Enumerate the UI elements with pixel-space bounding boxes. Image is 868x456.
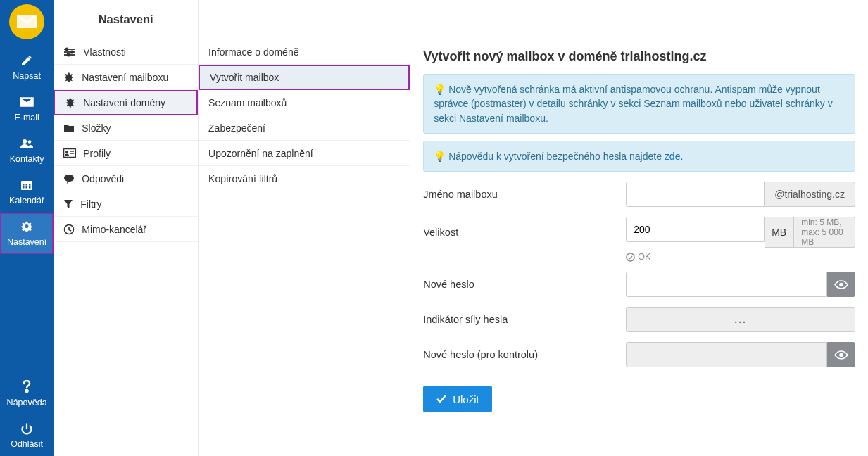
info-text: Nově vytvořená schránka má aktivní antis… bbox=[434, 84, 832, 124]
svg-rect-3 bbox=[23, 184, 25, 186]
settings-item-label: Nastavení mailboxu bbox=[82, 72, 168, 83]
main-content: Vytvořit nový mailbox v doméně trialhost… bbox=[410, 0, 868, 456]
gear-icon bbox=[1, 220, 52, 234]
envelope-icon bbox=[1, 95, 52, 109]
settings-item-properties[interactable]: Vlastnosti bbox=[54, 39, 198, 65]
input-mailbox-name[interactable] bbox=[626, 182, 765, 207]
label-confirm-password: Nové heslo (pro kontrolu) bbox=[423, 349, 626, 360]
settings-item-label: Mimo-kancelář bbox=[82, 224, 146, 235]
svg-point-1 bbox=[28, 140, 32, 144]
input-size[interactable] bbox=[626, 217, 765, 242]
settings-column: Nastavení Vlastnosti Nastavení mailboxu … bbox=[54, 0, 199, 456]
sub-item-quota-warning[interactable]: Upozornění na zaplnění bbox=[199, 141, 410, 166]
settings-item-folders[interactable]: Složky bbox=[54, 115, 198, 141]
svg-rect-6 bbox=[23, 186, 25, 189]
nav-logout-label: Odhlásit bbox=[11, 439, 43, 449]
lightbulb-icon: 💡 bbox=[434, 84, 446, 95]
subsettings-column: Informace o doméně Vytvořit mailbox Sezn… bbox=[199, 0, 410, 456]
toggle-password-visibility[interactable] bbox=[827, 272, 855, 297]
lightbulb-icon: 💡 bbox=[434, 151, 446, 162]
settings-item-outofoffice[interactable]: Mimo-kancelář bbox=[54, 217, 198, 242]
nav-calendar-label: Kalendář bbox=[9, 196, 44, 205]
field-mailbox-name: Jméno mailboxu @trialhosting.cz bbox=[423, 182, 855, 207]
settings-item-label: Složky bbox=[82, 122, 111, 134]
sub-item-copy-filters[interactable]: Kopírování filtrů bbox=[199, 166, 410, 191]
calendar-icon bbox=[1, 178, 52, 192]
size-ok-indicator: OK bbox=[626, 252, 855, 262]
settings-item-filters[interactable]: Filtry bbox=[54, 191, 198, 217]
svg-point-15 bbox=[71, 51, 73, 53]
nav-compose-label: Napsat bbox=[13, 71, 41, 81]
svg-point-16 bbox=[68, 53, 70, 56]
field-size: Velikost MB min: 5 MB, max: 5 000 MB bbox=[423, 217, 855, 248]
folder-icon bbox=[63, 123, 75, 132]
info-password-help: 💡Nápovědu k vytvoření bezpečného hesla n… bbox=[423, 141, 855, 172]
clock-icon bbox=[63, 224, 75, 235]
gear-icon bbox=[65, 97, 76, 108]
question-icon bbox=[1, 380, 52, 394]
eye-icon bbox=[834, 280, 848, 289]
svg-point-25 bbox=[839, 282, 843, 286]
svg-rect-7 bbox=[26, 186, 28, 189]
app-logo bbox=[9, 4, 44, 39]
nav-contacts[interactable]: Kontakty bbox=[0, 129, 54, 171]
settings-item-responses[interactable]: Odpovědi bbox=[54, 166, 198, 191]
sliders-icon bbox=[63, 47, 76, 57]
svg-rect-4 bbox=[26, 184, 28, 186]
nav-help-label: Nápověda bbox=[7, 398, 47, 407]
nav-calendar[interactable]: Kalendář bbox=[0, 171, 54, 213]
svg-point-26 bbox=[839, 353, 843, 357]
settings-item-label: Vlastnosti bbox=[83, 46, 126, 58]
size-hint: min: 5 MB, max: 5 000 MB bbox=[794, 217, 855, 248]
settings-item-label: Nastavení domény bbox=[83, 97, 165, 108]
info-text: Nápovědu k vytvoření bezpečného hesla na… bbox=[448, 151, 662, 162]
field-new-password: Nové heslo bbox=[423, 272, 855, 297]
field-confirm-password: Nové heslo (pro kontrolu) bbox=[423, 342, 855, 367]
label-strength: Indikátor síly hesla bbox=[423, 314, 626, 325]
svg-point-14 bbox=[66, 48, 68, 50]
domain-suffix: @trialhosting.cz bbox=[765, 182, 855, 207]
power-icon bbox=[1, 422, 52, 436]
pencil-square-icon bbox=[1, 53, 52, 68]
settings-item-mailbox[interactable]: Nastavení mailboxu bbox=[54, 65, 198, 90]
input-new-password[interactable] bbox=[626, 272, 827, 297]
subsettings-header bbox=[199, 0, 410, 39]
check-circle-icon bbox=[626, 253, 635, 262]
info-antispam: 💡Nově vytvořená schránka má aktivní anti… bbox=[423, 74, 855, 134]
label-new-password: Nové heslo bbox=[423, 279, 626, 290]
svg-point-20 bbox=[65, 151, 68, 153]
sub-item-mailbox-list[interactable]: Seznam mailboxů bbox=[199, 90, 410, 115]
help-link[interactable]: zde bbox=[665, 151, 681, 162]
save-button[interactable]: Uložit bbox=[423, 386, 492, 412]
nav-logout[interactable]: Odhlásit bbox=[0, 414, 54, 456]
svg-point-24 bbox=[627, 253, 634, 261]
sub-item-security[interactable]: Zabezpečení bbox=[199, 115, 410, 141]
settings-header: Nastavení bbox=[54, 0, 198, 39]
gear-icon bbox=[63, 72, 75, 83]
people-icon bbox=[1, 137, 52, 151]
sub-item-create-mailbox[interactable]: Vytvořit mailbox bbox=[199, 65, 410, 90]
nav-settings-label: Nastavení bbox=[7, 237, 46, 247]
nav-settings[interactable]: Nastavení bbox=[0, 213, 54, 254]
settings-item-domain[interactable]: Nastavení domény bbox=[54, 90, 198, 115]
settings-item-profiles[interactable]: Profily bbox=[54, 141, 198, 166]
size-unit: MB bbox=[765, 217, 794, 248]
sub-item-domain-info[interactable]: Informace o doméně bbox=[199, 39, 410, 65]
save-button-label: Uložit bbox=[453, 393, 479, 405]
input-confirm-password[interactable] bbox=[626, 342, 827, 367]
eye-icon bbox=[834, 350, 848, 360]
svg-point-0 bbox=[23, 139, 27, 144]
field-strength: Indikátor síly hesla ... bbox=[423, 307, 855, 332]
settings-item-label: Filtry bbox=[80, 198, 101, 210]
nav-help[interactable]: Nápověda bbox=[0, 373, 54, 414]
nav-compose[interactable]: Napsat bbox=[0, 46, 54, 88]
check-icon bbox=[436, 394, 447, 404]
nav-rail: Napsat E-mail Kontakty Kalendář Nastaven… bbox=[0, 0, 54, 456]
password-strength-meter: ... bbox=[626, 307, 855, 332]
svg-rect-8 bbox=[29, 186, 31, 189]
nav-email[interactable]: E-mail bbox=[0, 88, 54, 129]
label-mailbox-name: Jméno mailboxu bbox=[423, 189, 626, 200]
toggle-confirm-visibility[interactable] bbox=[827, 342, 855, 367]
settings-item-label: Odpovědi bbox=[82, 173, 124, 184]
svg-rect-5 bbox=[29, 184, 31, 186]
